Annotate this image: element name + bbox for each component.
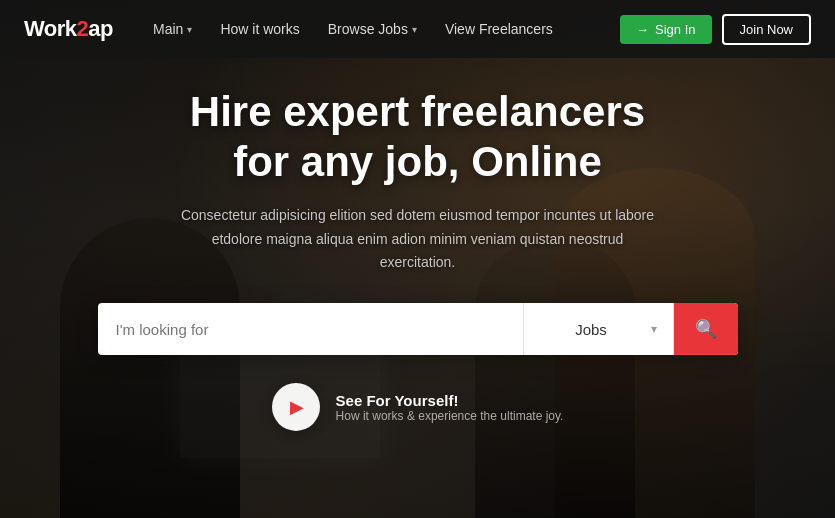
nav-browse-label: Browse Jobs xyxy=(328,21,408,37)
search-category-select[interactable]: Jobs ▾ xyxy=(524,303,674,355)
search-input[interactable] xyxy=(116,321,505,338)
navbar: Work2ap Main ▾ How it works Browse Jobs … xyxy=(0,0,835,58)
video-cta-subtitle: How it works & experience the ultimate j… xyxy=(336,409,564,423)
nav-view-freelancers[interactable]: View Freelancers xyxy=(445,21,553,37)
nav-how-it-works[interactable]: How it works xyxy=(220,21,299,37)
signup-label: Join Now xyxy=(740,22,793,37)
play-button[interactable]: ▶ xyxy=(272,383,320,431)
signin-button[interactable]: → Sign In xyxy=(620,15,711,44)
hero-subtitle: Consectetur adipisicing elition sed dote… xyxy=(178,204,658,275)
search-button[interactable]: 🔍 xyxy=(674,303,738,355)
logo-text-part1: Work xyxy=(24,16,77,42)
chevron-down-icon-3: ▾ xyxy=(651,322,657,336)
video-cta: ▶ See For Yourself! How it works & exper… xyxy=(98,383,738,431)
hero-title: Hire expert freelancers for any job, Onl… xyxy=(98,87,738,188)
signin-label: Sign In xyxy=(655,22,695,37)
nav-main[interactable]: Main ▾ xyxy=(153,21,192,37)
search-category-value: Jobs xyxy=(540,321,643,338)
logo[interactable]: Work2ap xyxy=(24,16,113,42)
nav-freelancers-label: View Freelancers xyxy=(445,21,553,37)
nav-browse-jobs[interactable]: Browse Jobs ▾ xyxy=(328,21,417,37)
signin-icon: → xyxy=(636,22,649,37)
nav-links: Main ▾ How it works Browse Jobs ▾ View F… xyxy=(153,21,620,37)
logo-text-part2: ap xyxy=(88,16,113,42)
nav-how-label: How it works xyxy=(220,21,299,37)
hero-title-line2: for any job, Online xyxy=(233,138,602,185)
search-icon: 🔍 xyxy=(695,318,717,340)
play-icon: ▶ xyxy=(290,396,304,418)
nav-actions: → Sign In Join Now xyxy=(620,14,811,45)
chevron-down-icon: ▾ xyxy=(187,24,192,35)
search-input-wrapper[interactable] xyxy=(98,303,524,355)
signup-button[interactable]: Join Now xyxy=(722,14,811,45)
hero-title-line1: Hire expert freelancers xyxy=(190,88,645,135)
nav-main-label: Main xyxy=(153,21,183,37)
search-bar: Jobs ▾ 🔍 xyxy=(98,303,738,355)
video-cta-title: See For Yourself! xyxy=(336,392,564,409)
video-text: See For Yourself! How it works & experie… xyxy=(336,392,564,423)
hero-content: Hire expert freelancers for any job, Onl… xyxy=(98,87,738,431)
hero-section: Hire expert freelancers for any job, Onl… xyxy=(0,0,835,518)
logo-highlight: 2 xyxy=(77,16,89,42)
chevron-down-icon-2: ▾ xyxy=(412,24,417,35)
